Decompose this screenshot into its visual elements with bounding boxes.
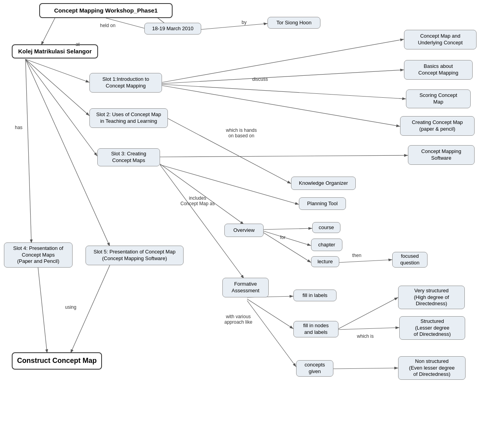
slot1-label: Slot 1:Introduction to Concept Mapping (102, 76, 149, 89)
svg-line-26 (338, 297, 398, 329)
kolej-label: Kolej Matrikulasi Selangor (18, 47, 92, 55)
fill-nodes-node: fill in nodes and labels (293, 321, 338, 337)
svg-line-30 (71, 265, 110, 353)
svg-line-6 (25, 59, 89, 116)
course-label: course (318, 224, 334, 231)
held-on-label: held on (100, 23, 115, 28)
kolej-node: Kolej Matrikulasi Selangor (12, 44, 98, 58)
concepts-given-node: concepts given (296, 360, 333, 377)
concepts-given-label: concepts given (304, 362, 325, 375)
chapter-label: chapter (318, 242, 335, 248)
discuss-label: discuss (252, 77, 268, 82)
knowledge-node: Knowledge Organizer (291, 177, 356, 190)
svg-line-20 (264, 231, 311, 246)
creating-label: Creating Concept Map (paper & pencil) (412, 119, 463, 133)
creating-node: Creating Concept Map (paper & pencil) (400, 116, 475, 136)
svg-line-29 (38, 268, 47, 353)
scoring-label: Scoring Concept Map (419, 92, 457, 106)
knowledge-label: Knowledge Organizer (299, 180, 348, 187)
by-label: by (242, 20, 247, 25)
svg-line-21 (264, 233, 311, 262)
structured-label: Structured (Lesser degree of Directednes… (414, 318, 451, 338)
which-is-label: which is hands on based on (226, 128, 257, 138)
includes-label: includes Concept Map as (180, 195, 215, 206)
basics-label: Basics about Concept Mapping (418, 63, 459, 77)
slot5-node: Slot 5: Presentation of Concept Map (Con… (86, 246, 184, 265)
svg-line-7 (25, 59, 97, 156)
concept-underlying-node: Concept Map and Underlying Concept (404, 30, 477, 49)
slot4-node: Slot 4: Presentation of Concept Maps (Pa… (4, 242, 73, 268)
date-node: 18-19 March 2010 (144, 23, 201, 35)
non-structured-label: Non structured (Even lesser degree of Di… (409, 358, 455, 378)
svg-line-28 (333, 368, 398, 369)
very-structured-label: Very structured (High degree of Directed… (414, 288, 449, 308)
overview-node: Overview (224, 224, 264, 237)
planning-label: Planning Tool (307, 200, 338, 207)
slot2-label: Slot 2: Uses of Concept Map in Teaching … (96, 111, 161, 125)
workshop-node: Concept Mapping Workshop_Phase1 (39, 3, 173, 18)
has-label: has (15, 125, 22, 130)
svg-line-14 (160, 155, 408, 157)
svg-line-24 (247, 299, 293, 329)
slot5-label: Slot 5: Presentation of Concept Map (Con… (94, 249, 176, 262)
fill-nodes-label: fill in nodes and labels (303, 322, 329, 336)
construct-label: Construct Concept Map (17, 356, 96, 365)
fill-labels-node: fill in labels (293, 290, 337, 301)
then-label: then (352, 253, 361, 258)
lecture-label: lecture (317, 259, 333, 265)
overview-label: Overview (233, 227, 255, 234)
tor-label: Tor Siong Hoon (277, 20, 312, 26)
slot1-node: Slot 1:Introduction to Concept Mapping (89, 73, 162, 93)
slot4-label: Slot 4: Presentation of Concept Maps (Pa… (13, 245, 64, 265)
svg-line-25 (247, 301, 296, 367)
with-various-label: with various approach like (224, 314, 252, 325)
svg-line-17 (160, 164, 244, 224)
basics-node: Basics about Concept Mapping (404, 60, 473, 80)
construct-node: Construct Concept Map (12, 352, 102, 370)
chapter-node: chapter (311, 239, 342, 251)
svg-line-5 (25, 59, 89, 82)
scoring-node: Scoring Concept Map (406, 89, 471, 108)
formative-label: Formative Assessment (232, 281, 260, 294)
svg-line-27 (338, 328, 399, 330)
course-node: course (312, 222, 340, 233)
software-label: Concept Mapping Software (421, 148, 461, 162)
which-is2-label: which is (357, 333, 374, 339)
non-structured-node: Non structured (Even lesser degree of Di… (398, 356, 466, 380)
svg-line-22 (339, 260, 392, 262)
formative-node: Formative Assessment (222, 278, 269, 297)
planning-node: Planning Tool (299, 197, 346, 210)
at-label: at (76, 42, 80, 47)
svg-line-12 (162, 84, 406, 99)
software-node: Concept Mapping Software (408, 145, 475, 165)
slot3-node: Slot 3: Creating Concept Maps (97, 148, 160, 166)
fill-labels-label: fill in labels (302, 292, 328, 299)
workshop-label: Concept Mapping Workshop_Phase1 (54, 7, 158, 15)
tor-node: Tor Siong Hoon (267, 17, 320, 29)
focused-node: focused question (392, 252, 428, 268)
date-label: 18-19 March 2010 (152, 26, 194, 32)
very-structured-node: Very structured (High degree of Directed… (398, 286, 465, 309)
lecture-node: lecture (311, 256, 339, 267)
svg-line-19 (264, 228, 312, 230)
svg-line-2 (201, 24, 267, 29)
concept-map: Concept Mapping Workshop_Phase1 18-19 Ma… (0, 0, 504, 430)
svg-line-13 (162, 86, 400, 126)
slot3-label: Slot 3: Creating Concept Maps (111, 151, 146, 164)
using-label: using (65, 304, 76, 310)
structured-node: Structured (Lesser degree of Directednes… (399, 316, 465, 340)
svg-line-8 (25, 59, 31, 243)
for-label: for (280, 235, 286, 240)
svg-line-11 (162, 70, 404, 84)
focused-label: focused question (400, 253, 419, 266)
svg-line-10 (162, 39, 404, 82)
concept-underlying-label: Concept Map and Underlying Concept (418, 33, 462, 46)
svg-line-3 (41, 18, 55, 45)
slot2-node: Slot 2: Uses of Concept Map in Teaching … (89, 108, 168, 128)
